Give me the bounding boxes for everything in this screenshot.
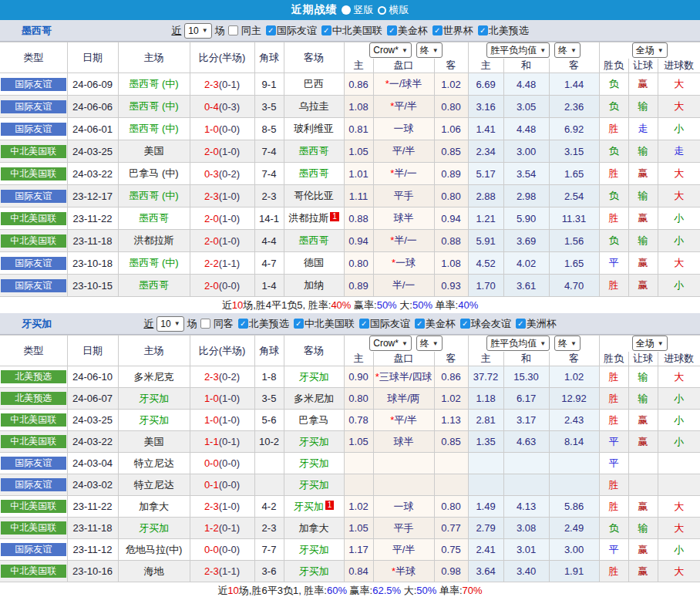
wdl-group-header: 胜平负均值▼终▼ [468,42,599,59]
cell-home-odds: 0.94 [344,230,373,252]
cell-type: 国际友谊 [0,474,67,496]
same-side-label: 同主 [241,24,261,38]
cell-result-goals: 大 [658,73,700,96]
cell-date: 23-12-17 [67,185,118,207]
radio-horizontal[interactable]: 横版 [378,3,409,17]
type-badge: 中北美国联 [1,521,66,535]
cell-score: 1-0(0-0) [190,118,254,140]
cell-win-odds: 3.64 [468,561,503,582]
handicap-text: 球半 [394,212,414,224]
league-checkbox-5[interactable]: ✓ [516,319,526,329]
league-checkbox-2[interactable]: ✓ [387,25,397,35]
league-label: 美金杯 [398,24,428,38]
cell-away-odds: 1.02 [434,388,468,410]
cell-date: 23-10-18 [67,252,118,275]
wdl-avg-select[interactable]: 胜平负均值▼ [486,42,550,58]
table-row: 中北美国联24-03-25牙买加1-0(1-0)5-6巴拿马0.78*平/半1.… [0,410,700,431]
league-label: 美洲杯 [527,317,557,331]
fulltime-score: 0-4 [204,101,219,113]
near-link[interactable]: 近 [171,24,181,38]
col-header-3: 比分(半场) [190,42,254,73]
cell-result-goals: 小 [658,207,700,230]
cell-home-odds: 1.05 [344,140,373,163]
radio-vertical[interactable]: 竖版 [342,3,374,17]
scope-select[interactable]: 全场▼ [632,42,668,58]
cell-away-team: 墨西哥 [284,140,344,163]
cell-result-goals [658,474,700,496]
halftime-score: (1-0) [219,146,240,157]
league-checkbox-1[interactable]: ✓ [321,25,331,35]
stage-select-2[interactable]: 终▼ [554,42,581,58]
cell-away-odds: 0.88 [434,230,468,252]
cell-corner: 7-4 [254,163,284,185]
scope-select[interactable]: 全场▼ [632,336,668,351]
cell-result-wdl: 胜 [599,410,628,431]
cell-result-wdl: 胜 [599,366,628,388]
sections-container: 墨西哥近10▼场同主✓国际友谊✓中北美国联✓美金杯✓世界杯✓北美预选类型日期主场… [0,20,700,597]
cell-date: 24-06-10 [67,366,118,388]
games-count-select[interactable]: 10▼ [156,316,183,332]
cell-away-odds: 0.85 [434,140,468,163]
cell-away-team: 哥伦比亚 [284,185,344,207]
cell-home-odds: 1.05 [344,431,373,453]
stage-select[interactable]: 终▼ [416,336,443,351]
wdl-avg-select[interactable]: 胜平负均值▼ [486,336,550,351]
league-filter: ✓美金杯 [415,317,456,331]
cell-handicap: *一/球半 [373,73,434,96]
cell-type: 北美预选 [0,366,67,388]
cell-lose-odds: 5.86 [549,496,599,518]
cell-result-wdl: 胜 [599,118,628,140]
cell-type: 中北美国联 [0,561,67,582]
chevron-down-icon: ▼ [402,47,408,54]
league-checkbox-0[interactable]: ✓ [266,25,276,35]
league-checkbox-3[interactable]: ✓ [432,25,443,35]
cell-win-odds: 1.21 [468,207,503,230]
cell-away-odds: 0.80 [434,496,468,518]
cell-home-team: 墨西哥 (中) [118,252,190,275]
home-team-name: 美国 [144,145,164,157]
halftime-score: (1-0) [219,235,240,247]
cell-win-odds: 1.41 [468,118,503,140]
radio-selected-icon [342,5,351,15]
league-checkbox-1[interactable]: ✓ [294,319,304,329]
cell-corner: 3-5 [254,96,284,118]
cell-lose-odds: 6.92 [549,118,599,140]
cell-date: 23-11-18 [67,230,118,252]
select-value: 终 [558,44,567,57]
cell-date: 23-11-22 [67,496,118,518]
league-filter: ✓北美预选 [238,317,289,331]
away-team-name: 加拿大 [299,522,329,534]
league-checkbox-3[interactable]: ✓ [415,319,425,329]
cell-type: 中北美国联 [0,410,67,431]
cell-draw-odds: 15.30 [503,366,549,388]
league-checkbox-0[interactable]: ✓ [238,319,248,329]
table-row: 中北美国联23-11-22加拿大2-3(1-0)4-2牙买加11.02一球0.8… [0,496,700,518]
league-checkbox-4[interactable]: ✓ [460,319,470,329]
table-row: 国际友谊23-11-12危地马拉(中)0-0(0-0)7-7牙买加1.17平/半… [0,539,700,561]
handicap-text: 平/半 [394,414,417,426]
cell-draw-odds: 3.54 [503,163,549,185]
type-badge: 国际友谊 [1,457,66,470]
cell-handicap: *半/一 [373,163,434,185]
league-checkbox-2[interactable]: ✓ [359,319,369,329]
stage-select[interactable]: 终▼ [416,42,443,58]
cell-draw-odds: 3.05 [503,96,549,118]
select-value: 胜平负均值 [490,337,537,350]
cell-score: 0-4(0-3) [190,96,254,118]
cell-lose-odds: 4.70 [549,275,599,297]
near-link[interactable]: 近 [143,317,153,331]
bookmaker-select[interactable]: Crow*▼ [369,336,412,351]
bookmaker-select[interactable]: Crow*▼ [369,42,412,58]
cell-handicap: 平手 [373,518,434,539]
cell-home-odds: 0.88 [344,207,373,230]
cell-result-wdl: 胜 [599,207,628,230]
same-side-checkbox[interactable] [200,319,210,329]
games-count-select[interactable]: 10▼ [184,23,211,39]
league-checkbox-4[interactable]: ✓ [478,25,488,35]
stage-select-2[interactable]: 终▼ [554,336,581,351]
summary-line: 近10场,胜6平3负1, 胜率:60% 赢率:62.5% 大:50% 单率:70… [0,582,700,597]
cell-win-odds: 3.16 [468,96,503,118]
cell-home-team: 牙买加 [118,518,190,539]
cell-draw-odds: 3.40 [503,561,549,582]
same-side-checkbox[interactable] [228,25,238,35]
